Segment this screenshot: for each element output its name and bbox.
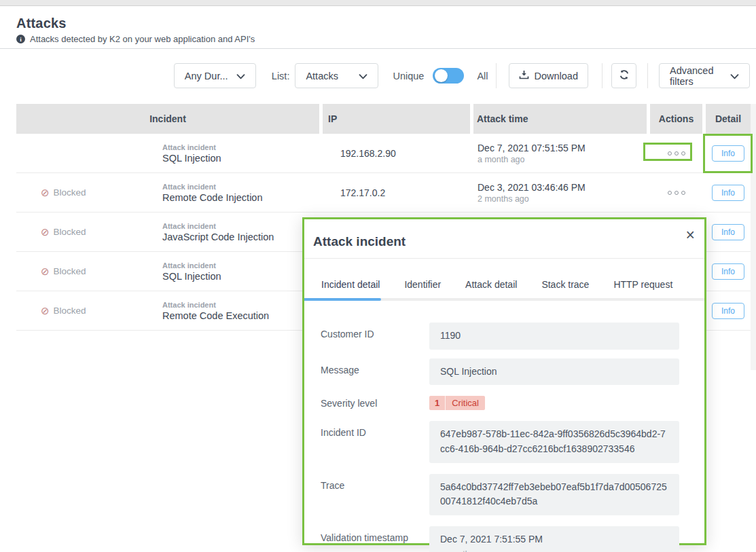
ellipsis-icon <box>668 191 672 195</box>
severity-level-name: Critical <box>446 396 485 410</box>
status-cell: ⊘ Blocked <box>16 187 162 198</box>
field-value: 5a64c0bd37742ff7eb3ebeb07eaf5b1f7da7d005… <box>429 474 679 515</box>
list-dropdown-value: Attacks <box>306 71 338 81</box>
list-label: List: <box>272 71 290 81</box>
blocked-label: Blocked <box>54 227 86 237</box>
advanced-filters-label: Advanced filters <box>670 65 730 87</box>
scrollbar-gutter[interactable] <box>751 104 756 370</box>
ip-cell: 172.17.0.2 <box>323 173 470 212</box>
attack-time: Dec 7, 2021 07:51:55 PM <box>478 143 586 153</box>
unique-label: Unique <box>393 71 424 81</box>
column-header-incident[interactable]: Incident <box>16 104 319 134</box>
incident-name: SQL Injection <box>162 153 319 164</box>
field-message: Message SQL Injection <box>321 358 704 386</box>
incident-cell: Attack incident Remote Code Execution <box>162 301 319 321</box>
attack-time-cell: Dec 3, 2021 03:46:46 PM 2 months ago <box>473 173 647 212</box>
severity-level-number: 1 <box>429 396 446 410</box>
refresh-button[interactable] <box>611 63 636 88</box>
column-header-ip[interactable]: IP <box>323 104 470 134</box>
field-validation-timestamp: Validation timestamp Dec 7, 2021 7:51:55… <box>321 526 704 552</box>
field-value: 647eb987-578b-11ec-842a-9ff0356826d5c396… <box>429 421 679 462</box>
column-header-actions: Actions <box>650 104 702 134</box>
info-button[interactable]: Info <box>712 303 744 319</box>
field-label: Severity level <box>321 398 429 409</box>
page-subtitle: i Attacks detected by K2 on your web app… <box>16 34 255 44</box>
incident-type-label: Attack incident <box>162 143 319 151</box>
attack-time: Dec 3, 2021 03:46:46 PM <box>478 182 586 193</box>
download-button[interactable]: Download <box>509 63 589 88</box>
row-actions-button[interactable] <box>665 187 688 199</box>
table-row: Attack incident SQL Injection 192.168.2.… <box>16 134 751 173</box>
blocked-icon: ⊘ <box>41 266 50 276</box>
advanced-filters-dropdown[interactable]: Advanced filters <box>659 63 750 88</box>
blocked-icon: ⊘ <box>41 187 50 198</box>
table-header-row: Incident IP Attack time Actions Detail <box>16 104 751 134</box>
close-icon[interactable]: × <box>686 227 695 243</box>
toggle-knob <box>435 69 448 82</box>
blocked-label: Blocked <box>54 187 86 198</box>
field-customer-id: Customer ID 1190 <box>321 323 704 350</box>
field-label: Message <box>321 358 429 375</box>
chevron-down-icon <box>236 71 245 81</box>
ellipsis-icon <box>668 151 672 155</box>
status-cell: ⊘ Blocked <box>16 227 162 237</box>
field-trace: Trace 5a64c0bd37742ff7eb3ebeb07eaf5b1f7d… <box>321 474 704 515</box>
incident-type-label: Attack incident <box>162 222 319 230</box>
table-row: ⊘ Blocked Attack incident Remote Code In… <box>16 173 751 213</box>
all-label: All <box>477 71 488 81</box>
modal-header: Attack incident × <box>304 219 704 259</box>
browser-chrome-strip <box>0 0 756 6</box>
field-value: SQL Injection <box>429 358 679 386</box>
blocked-label: Blocked <box>54 306 86 316</box>
attack-time-cell: Dec 7, 2021 07:51:55 PM a month ago <box>473 134 647 172</box>
tab-incident-detail[interactable]: Incident detail <box>321 279 380 290</box>
blocked-label: Blocked <box>54 266 86 276</box>
field-incident-id: Incident ID 647eb987-578b-11ec-842a-9ff0… <box>321 421 704 462</box>
list-dropdown[interactable]: Attacks <box>295 63 378 88</box>
duration-dropdown[interactable]: Any Dur... <box>174 63 256 88</box>
incident-name: Remote Code Injection <box>162 192 319 203</box>
blocked-icon: ⊘ <box>41 306 50 316</box>
incident-type-label: Attack incident <box>162 183 319 191</box>
toolbar-divider <box>647 63 648 88</box>
modal-tabs: Incident detail Identifier Attack detail… <box>304 279 704 290</box>
attacks-page: Attacks i Attacks detected by K2 on your… <box>0 0 756 552</box>
info-button[interactable]: Info <box>712 185 744 201</box>
incident-name: SQL Injection <box>162 271 319 282</box>
toolbar-divider <box>602 63 602 88</box>
status-cell: ⊘ Blocked <box>16 266 162 276</box>
tab-http-request[interactable]: HTTP request <box>613 279 672 290</box>
info-button[interactable]: Info <box>712 224 744 240</box>
field-label: Trace <box>321 474 429 491</box>
field-label: Validation timestamp <box>321 526 429 543</box>
toolbar: Any Dur... List: Attacks Unique All Down… <box>0 63 750 88</box>
header-divider <box>0 48 756 49</box>
ip-cell: 192.168.2.90 <box>323 134 470 172</box>
tab-attack-detail[interactable]: Attack detail <box>465 279 517 290</box>
severity-badge: 1 Critical <box>429 396 485 410</box>
incident-type-label: Attack incident <box>162 301 319 309</box>
field-value: 1190 <box>429 323 679 350</box>
info-button[interactable]: Info <box>712 145 744 162</box>
unique-all-toggle[interactable] <box>433 68 464 84</box>
column-header-attack-time[interactable]: Attack time <box>473 104 647 134</box>
info-icon: i <box>16 35 25 43</box>
field-label: Incident ID <box>321 421 429 438</box>
info-button[interactable]: Info <box>712 263 744 280</box>
validation-timestamp-ago: a month ago <box>440 548 668 552</box>
field-label: Customer ID <box>321 323 429 339</box>
status-cell: ⊘ Blocked <box>16 306 162 316</box>
tab-stack-trace[interactable]: Stack trace <box>541 279 589 290</box>
download-label: Download <box>535 71 579 81</box>
refresh-icon <box>619 69 630 82</box>
incident-name: JavaScript Code Injection <box>162 232 319 242</box>
attack-time-ago: a month ago <box>478 155 586 164</box>
duration-dropdown-value: Any Dur... <box>185 71 228 81</box>
tab-identifier[interactable]: Identifier <box>404 279 441 290</box>
attack-incident-modal: Attack incident × Incident detail Identi… <box>302 217 706 545</box>
incident-cell: Attack incident SQL Injection <box>162 143 319 164</box>
row-actions-button[interactable] <box>665 147 688 160</box>
field-severity-level: Severity level 1 Critical <box>321 396 704 410</box>
chevron-down-icon <box>730 71 739 81</box>
incident-name: Remote Code Execution <box>162 310 319 321</box>
